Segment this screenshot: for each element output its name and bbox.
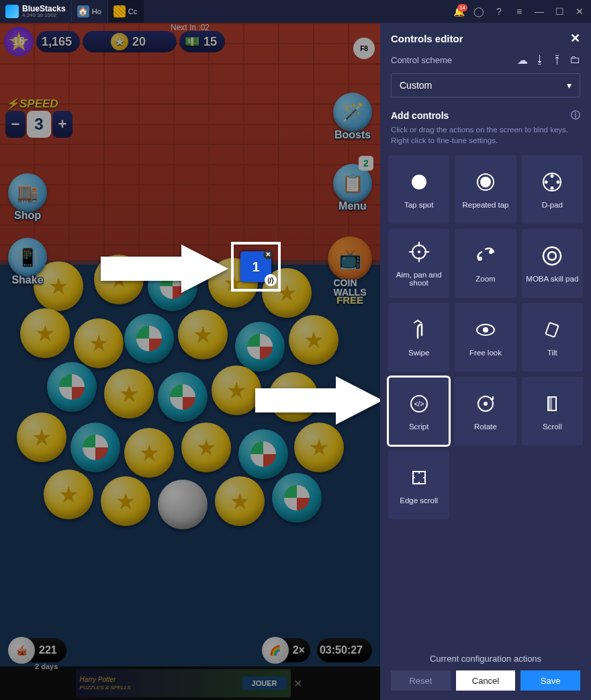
moba-icon xyxy=(540,244,564,268)
svg-text:</>: </> xyxy=(414,400,424,408)
tab-coin-app[interactable]: Cc xyxy=(107,0,144,23)
tile-script[interactable]: </> Script xyxy=(388,377,449,445)
tab-strip: 🏠 Ho Cc xyxy=(71,0,144,23)
maximize-icon[interactable]: ☐ xyxy=(551,3,568,20)
tile-rotate[interactable]: Rotate xyxy=(455,377,516,445)
tile-aim-pan-shoot[interactable]: Aim, pan and shoot xyxy=(388,229,449,298)
help-icon[interactable]: ⓘ xyxy=(571,110,580,122)
placed-script-control[interactable]: 1 ✕ ⟨/⟩ xyxy=(231,242,281,292)
tutorial-arrow-2 xyxy=(255,376,380,425)
scroll-icon xyxy=(540,392,564,416)
cancel-button[interactable]: Cancel xyxy=(456,670,516,691)
tutorial-arrow-1 xyxy=(101,245,228,293)
hamburger-menu-icon[interactable]: ≡ xyxy=(510,3,528,20)
svg-rect-26 xyxy=(548,397,552,410)
reset-button[interactable]: Reset xyxy=(391,670,451,691)
tile-d-pad[interactable]: D-pad xyxy=(522,155,583,224)
svg-point-7 xyxy=(557,181,560,184)
bluestacks-logo-icon xyxy=(5,5,19,18)
scheme-dropdown[interactable]: Custom ▾ xyxy=(391,73,580,97)
cloud-icon[interactable]: ☁ xyxy=(517,54,528,67)
tab-label: Ho xyxy=(92,7,101,15)
svg-point-17 xyxy=(548,252,556,260)
notifications-icon[interactable]: 🔔14 xyxy=(450,3,467,20)
add-controls-subtitle: Click or drag the actions on the screen … xyxy=(380,124,591,152)
svg-point-4 xyxy=(551,175,554,178)
home-icon: 🏠 xyxy=(77,5,89,17)
help-icon[interactable]: ? xyxy=(490,3,508,20)
tile-tilt[interactable]: Tilt xyxy=(522,303,583,371)
editor-dim-overlay xyxy=(0,23,380,700)
minimize-icon[interactable]: — xyxy=(531,3,548,20)
tile-tap-spot[interactable]: Tap spot xyxy=(388,155,449,224)
tile-free-look[interactable]: Free look xyxy=(455,303,516,371)
tile-repeated-tap[interactable]: Repeated tap xyxy=(455,155,516,224)
panel-title: Controls editor xyxy=(391,33,463,44)
svg-point-9 xyxy=(418,251,420,253)
export-icon[interactable]: ⭱ xyxy=(552,54,563,67)
tab-label: Cc xyxy=(128,7,137,15)
svg-point-19 xyxy=(483,327,488,333)
svg-point-24 xyxy=(484,402,488,406)
svg-point-5 xyxy=(551,187,554,190)
title-bar: BlueStacks 4.240.30.1002 🏠 Ho Cc 🔔14 ◯ ?… xyxy=(0,0,591,23)
svg-point-14 xyxy=(478,257,482,261)
close-panel-icon[interactable]: ✕ xyxy=(570,31,580,46)
scheme-label: Control scheme xyxy=(391,55,452,65)
tile-swipe[interactable]: Swipe xyxy=(388,303,449,371)
account-icon[interactable]: ◯ xyxy=(470,3,488,20)
crosshair-icon xyxy=(407,240,431,264)
code-icon[interactable]: ⟨/⟩ xyxy=(265,274,277,286)
dpad-icon xyxy=(540,170,564,194)
folder-icon[interactable]: 🗀 xyxy=(570,54,580,67)
controls-editor-panel: Controls editor ✕ Control scheme ☁ ⭳ ⭱ 🗀… xyxy=(380,23,591,700)
import-icon[interactable]: ⭳ xyxy=(535,54,545,67)
close-icon[interactable]: ✕ xyxy=(263,250,273,259)
svg-point-6 xyxy=(545,181,548,184)
notification-badge: 14 xyxy=(457,4,467,11)
chevron-down-icon: ▾ xyxy=(567,80,572,91)
svg-point-2 xyxy=(480,177,491,187)
controls-grid: Tap spot Repeated tap D-pad Aim, pan and… xyxy=(380,152,591,522)
tap-spot-icon xyxy=(407,170,431,194)
tile-moba-skill-pad[interactable]: MOBA skill pad xyxy=(522,229,583,298)
tilt-icon xyxy=(540,318,564,342)
add-controls-heading: Add controls xyxy=(391,110,449,121)
eye-icon xyxy=(473,318,498,342)
tile-zoom[interactable]: Zoom xyxy=(455,229,516,298)
coin-app-icon xyxy=(113,5,126,17)
svg-point-0 xyxy=(412,175,426,189)
game-viewport[interactable]: Next In :02 16 1,165 ★ 20 💵 15 F8 ⚡SPEED… xyxy=(0,23,380,700)
repeated-tap-icon xyxy=(473,170,498,194)
svg-rect-20 xyxy=(546,322,559,337)
rotate-icon xyxy=(473,392,498,416)
script-icon: </> xyxy=(407,392,431,416)
app-version: 4.240.30.1002 xyxy=(22,13,66,18)
swipe-icon xyxy=(407,318,431,342)
close-icon[interactable]: ✕ xyxy=(571,3,588,20)
footer-title: Current configuration actions xyxy=(391,654,580,664)
svg-point-16 xyxy=(543,247,561,265)
tile-edge-scroll[interactable]: Edge scroll xyxy=(388,451,449,519)
app-logo-block: BlueStacks 4.240.30.1002 xyxy=(0,5,71,18)
edge-scroll-icon xyxy=(407,466,431,490)
zoom-icon xyxy=(473,244,498,268)
tile-scroll[interactable]: Scroll xyxy=(522,377,583,445)
svg-point-15 xyxy=(489,250,493,254)
tab-home[interactable]: 🏠 Ho xyxy=(71,0,107,23)
save-button[interactable]: Save xyxy=(520,670,580,691)
